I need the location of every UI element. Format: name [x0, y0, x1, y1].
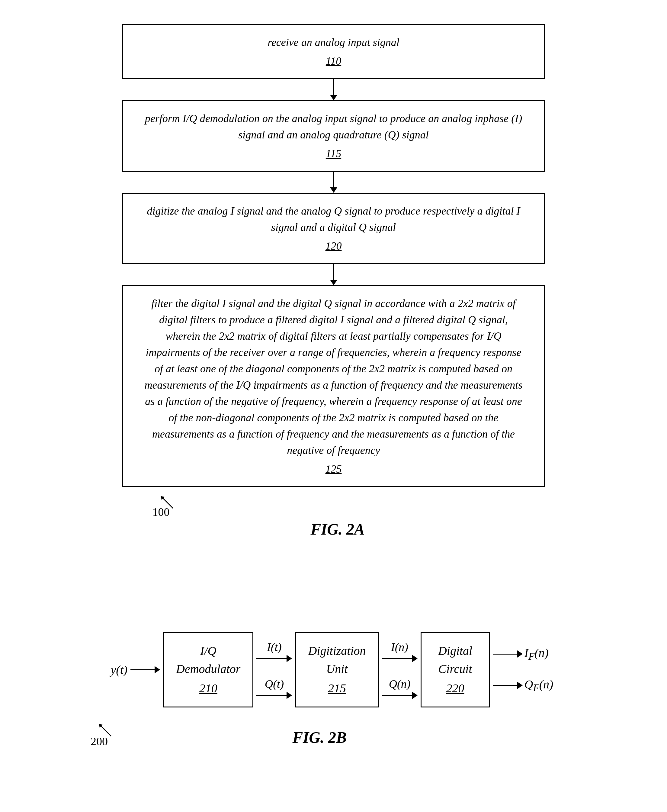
arrow-it-line [256, 658, 287, 659]
output-signals: IF(n) QF(n) [490, 646, 556, 694]
signal-in: I(n) [382, 641, 418, 662]
signal-qt: Q(t) [256, 677, 292, 699]
ref-200: 200 [91, 735, 108, 748]
arrow-qt-line [256, 695, 287, 696]
arrow-in [382, 655, 418, 662]
arrow-2 [330, 171, 337, 193]
arrow-qn [382, 692, 418, 699]
page-container: receive an analog input signal 110 perfo… [60, 24, 607, 748]
arrow-in-line [382, 658, 412, 659]
arrow-1 [330, 79, 337, 100]
output-ifn: IF(n) [493, 646, 554, 662]
arrow-ifn-line [493, 654, 517, 654]
arrow-qfn-head [517, 682, 523, 689]
input-signal: y(t) [111, 663, 160, 677]
diag-arrow-100 [158, 493, 176, 512]
ref-100: 100 [153, 505, 170, 519]
input-arrow-head [154, 666, 160, 673]
arrow-qt-head [287, 692, 292, 699]
signal-in-label: I(n) [391, 641, 408, 654]
flowchart-2a: receive an analog input signal 110 perfo… [122, 24, 545, 487]
flow-box-110: receive an analog input signal 110 [122, 24, 545, 79]
output-ifn-label: IF(n) [524, 646, 549, 662]
output-qfn: QF(n) [493, 677, 554, 694]
box-110-text: receive an analog input signal [267, 36, 400, 48]
block-diagram-2b: y(t) I/Q Demodulator 210 I(t) [60, 614, 607, 748]
box-110-ref: 110 [141, 53, 526, 69]
box-115-ref: 115 [141, 145, 526, 162]
box-120-text: digitize the analog I signal and the ana… [147, 205, 520, 233]
signal-it: I(t) [256, 641, 292, 662]
block-220-line1: Digital [438, 644, 472, 657]
input-arrow-line [130, 669, 154, 670]
signals-210-215: I(t) Q(t) [253, 641, 295, 699]
input-arrow [130, 666, 160, 673]
input-signal-label: y(t) [111, 663, 128, 677]
signal-qn-label: Q(n) [389, 677, 411, 691]
output-qfn-label: QF(n) [524, 677, 554, 694]
arrow-qn-head [412, 692, 418, 699]
arrow-ifn-head [517, 650, 523, 657]
arrow-qfn-line [493, 685, 517, 686]
fig2b-label: FIG. 2B [292, 729, 346, 746]
flow-box-125: filter the digital I signal and the digi… [122, 285, 545, 487]
block-220: Digital Circuit 220 [421, 632, 490, 707]
box-125-ref: 125 [141, 461, 526, 477]
fig2a-label: FIG. 2A [310, 521, 365, 538]
block-220-ref: 220 [434, 679, 477, 697]
arrow-qt [256, 692, 292, 699]
block-215: Digitization Unit 215 [295, 632, 378, 707]
block-210-line1: I/Q [200, 644, 216, 657]
arrow-3 [330, 264, 337, 285]
block-215-ref: 215 [308, 679, 366, 697]
box-120-ref: 120 [141, 238, 526, 254]
arrow-in-head [412, 655, 418, 662]
box-125-text: filter the digital I signal and the digi… [144, 297, 523, 456]
signal-it-label: I(t) [267, 641, 282, 654]
signals-215-220: I(n) Q(n) [379, 641, 421, 699]
flow-box-115: perform I/Q demodulation on the analog i… [122, 100, 545, 171]
arrow-ifn [493, 650, 523, 657]
arrow-it [256, 655, 292, 662]
block-diagram-row: y(t) I/Q Demodulator 210 I(t) [60, 614, 607, 725]
arrow-qfn [493, 682, 523, 689]
block-215-line2: Unit [326, 662, 348, 676]
block-215-line1: Digitization [308, 644, 366, 657]
box-115-text: perform I/Q demodulation on the analog i… [145, 112, 523, 141]
block-210-ref: 210 [176, 679, 241, 697]
flow-box-120: digitize the analog I signal and the ana… [122, 193, 545, 264]
arrow-qn-line [382, 695, 412, 696]
arrow-it-head [287, 655, 292, 662]
signal-qn: Q(n) [382, 677, 418, 699]
block-210: I/Q Demodulator 210 [163, 632, 253, 707]
block-210-line2: Demodulator [176, 662, 241, 676]
block-220-line2: Circuit [438, 662, 472, 676]
signal-qt-label: Q(t) [265, 677, 284, 691]
